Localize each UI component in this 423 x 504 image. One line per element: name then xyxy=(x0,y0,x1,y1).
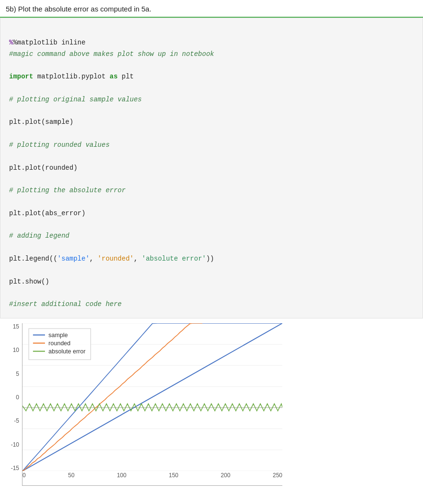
magic-command: %matplotlib inline xyxy=(13,39,85,46)
chart-wrap: 15 10 5 0 -5 -10 -15 xyxy=(5,323,282,486)
legend-string-rounded: 'rounded' xyxy=(98,255,134,263)
chart-area: sample rounded absolute error 0 xyxy=(22,323,282,486)
legend-string-abs-error: 'absolute error' xyxy=(142,255,206,263)
legend-rounded-line xyxy=(33,342,45,343)
y-axis-labels: 15 10 5 0 -5 -10 -15 xyxy=(5,323,22,486)
as-rest: plt xyxy=(118,73,134,80)
y-label-0: 0 xyxy=(16,394,19,401)
plot-rounded: plt.plot(rounded) xyxy=(9,164,78,172)
legend-abs-error: absolute error xyxy=(33,348,86,355)
legend-rounded-label: rounded xyxy=(48,340,70,347)
comment-magic: #magic command above makes plot show up … xyxy=(9,50,214,58)
y-label-15: 15 xyxy=(13,323,19,330)
import-keyword: import xyxy=(9,73,33,80)
comment-insert: #insert additional code here xyxy=(9,300,122,308)
x-label-250: 250 xyxy=(273,472,282,479)
comment-abs-error: # plotting the absolute error xyxy=(9,186,126,194)
legend-call-start: plt.legend(( xyxy=(9,255,57,263)
legend-call-end: )) xyxy=(206,255,214,263)
plot-abs-error: plt.plot(abs_error) xyxy=(9,209,86,217)
x-label-50: 50 xyxy=(68,472,74,479)
comment-legend: # adding legend xyxy=(9,232,69,240)
page-title: 5b) Plot the absolute error as computed … xyxy=(0,0,423,17)
x-axis-labels: 0 50 100 150 200 250 xyxy=(22,471,282,485)
x-label-0: 0 xyxy=(22,472,26,479)
legend-string-sample: 'sample' xyxy=(57,255,89,263)
chart-svg: sample rounded absolute error xyxy=(22,323,282,471)
legend-sample-line xyxy=(33,334,45,335)
comment-sample: # plotting original sample values xyxy=(9,96,142,103)
as-keyword: as xyxy=(110,73,118,80)
x-label-200: 200 xyxy=(221,472,230,479)
legend-comma1: , xyxy=(89,255,98,263)
import-rest: matplotlib.pyplot xyxy=(33,73,110,80)
code-block: %%matplotlib inline #magic command above… xyxy=(0,18,423,318)
x-label-150: 150 xyxy=(169,472,178,479)
y-label-n10: -10 xyxy=(11,441,19,448)
comment-rounded: # plotting rounded values xyxy=(9,141,110,149)
y-label-n15: -15 xyxy=(11,465,19,471)
plot-sample: plt.plot(sample) xyxy=(9,118,73,126)
legend-rounded: rounded xyxy=(33,340,86,347)
legend-comma2: , xyxy=(134,255,142,263)
abs-error-line xyxy=(22,404,282,411)
y-label-n5: -5 xyxy=(14,417,19,424)
chart-container: 15 10 5 0 -5 -10 -15 xyxy=(0,318,423,491)
y-label-5: 5 xyxy=(16,371,19,377)
x-label-100: 100 xyxy=(117,472,126,479)
plt-show: plt.show() xyxy=(9,278,49,285)
legend-abs-error-label: absolute error xyxy=(48,348,85,355)
legend-sample: sample xyxy=(33,331,86,339)
legend-abs-error-line xyxy=(33,351,45,351)
legend-sample-label: sample xyxy=(48,331,67,339)
legend-box: sample rounded absolute error xyxy=(24,325,100,366)
y-label-10: 10 xyxy=(13,347,19,353)
